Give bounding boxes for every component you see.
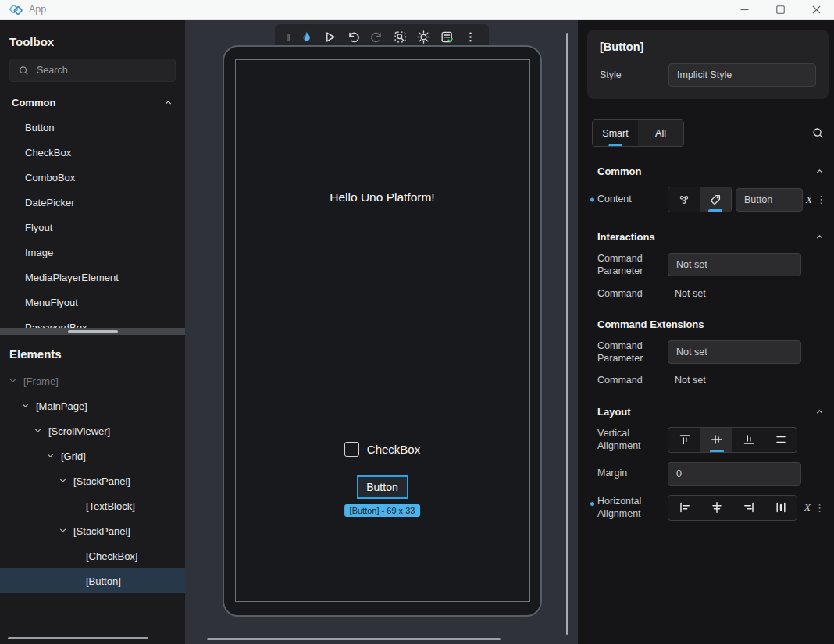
- halign-center-button[interactable]: [700, 496, 732, 520]
- section-interactions[interactable]: Interactions: [597, 231, 825, 243]
- modified-indicator-dot: [590, 197, 594, 201]
- chevron-down-icon[interactable]: [58, 475, 70, 487]
- close-button[interactable]: [798, 0, 834, 20]
- valign-top-button[interactable]: [668, 428, 700, 452]
- content-mode-toggle: [668, 187, 732, 212]
- toolbox-item-menuflyout[interactable]: MenuFlyout: [0, 290, 185, 315]
- toolbox-search-input[interactable]: [37, 65, 162, 76]
- uno-logo-icon: [9, 3, 23, 16]
- content-input[interactable]: [736, 188, 803, 212]
- toolbox-search[interactable]: [9, 59, 176, 82]
- toolbox-section-common[interactable]: Common: [0, 94, 185, 110]
- halign-right-button[interactable]: [732, 496, 764, 520]
- modified-indicator-dot: [590, 502, 594, 506]
- horizontal-alignment-group: [668, 495, 797, 521]
- property-more-menu-icon[interactable]: ⋮: [814, 502, 825, 514]
- section-layout[interactable]: Layout: [597, 406, 825, 418]
- valign-bottom-button[interactable]: [732, 428, 764, 452]
- textblock-hello[interactable]: Hello Uno Platform!: [224, 190, 540, 205]
- align-vstretch-icon: [774, 432, 788, 447]
- margin-input[interactable]: [668, 462, 801, 486]
- tree-item-scrollviewer[interactable]: [ScrollViewer]: [0, 418, 185, 443]
- properties-panel: [Button] Style Smart All: [578, 20, 834, 644]
- properties-search-icon[interactable]: [811, 126, 825, 140]
- elements-title: Elements: [9, 347, 176, 361]
- tree-item-mainpage[interactable]: [MainPage]: [0, 393, 185, 418]
- tree-item-grid[interactable]: [Grid]: [0, 443, 185, 468]
- section-command-extensions[interactable]: Command Extensions: [597, 318, 825, 330]
- ext-command-parameter-label: Command Parameter: [597, 340, 668, 365]
- tree-item-stackpanel[interactable]: [StackPanel]: [0, 468, 185, 493]
- tree-item-label: [StackPanel]: [73, 525, 130, 537]
- command-value[interactable]: Not set: [668, 288, 801, 299]
- toolbox-title: Toolbox: [9, 35, 176, 48]
- content-property-row: Content X ⋮: [597, 187, 825, 212]
- panel-splitter[interactable]: [0, 328, 185, 335]
- chevron-down-icon[interactable]: [45, 450, 57, 462]
- tab-smart[interactable]: Smart: [593, 120, 638, 146]
- literal-tag-toggle-icon[interactable]: [700, 187, 731, 212]
- toolbox-item-image[interactable]: Image: [0, 240, 185, 265]
- resource-toggle-icon[interactable]: [668, 187, 700, 212]
- tree-item-label: [TextBlock]: [86, 500, 135, 512]
- command-parameter-row: Command Parameter: [597, 252, 825, 278]
- align-bottom-icon: [742, 432, 756, 447]
- xaml-expression-button[interactable]: X: [806, 194, 812, 206]
- tree-item-textblock[interactable]: [TextBlock]: [0, 493, 185, 518]
- tree-item-label: [Grid]: [61, 450, 86, 462]
- button-element-selected[interactable]: Button: [357, 475, 408, 499]
- horizontal-alignment-row: Horizontal Alignment X: [597, 495, 825, 521]
- section-common[interactable]: Common: [597, 165, 825, 177]
- active-tab-indicator: [609, 144, 622, 146]
- command-parameter-input[interactable]: [668, 253, 801, 276]
- valign-center-button[interactable]: [700, 428, 732, 452]
- canvas-vscrollbar[interactable]: [566, 33, 568, 635]
- style-input[interactable]: [668, 63, 816, 87]
- tree-item-frame[interactable]: [Frame]: [0, 368, 185, 393]
- valign-stretch-button[interactable]: [764, 428, 797, 452]
- ext-command-parameter-row: Command Parameter: [597, 340, 825, 365]
- property-more-menu-icon[interactable]: ⋮: [816, 194, 826, 205]
- tree-item-checkbox[interactable]: [CheckBox]: [0, 543, 185, 568]
- tab-smart-label: Smart: [602, 128, 628, 139]
- xaml-expression-button[interactable]: X: [804, 501, 811, 514]
- chevron-up-icon: [814, 166, 825, 176]
- tree-item-button[interactable]: [Button]: [0, 568, 185, 593]
- toolbox-item-datepicker[interactable]: DatePicker: [0, 190, 185, 215]
- align-vcenter-icon: [710, 432, 724, 447]
- checkbox-box-icon[interactable]: [344, 442, 359, 457]
- chevron-up-icon: [814, 232, 825, 242]
- section-interactions-title: Interactions: [597, 231, 655, 243]
- minimize-button[interactable]: [726, 0, 762, 20]
- toolbox-item-button[interactable]: Button: [0, 115, 185, 140]
- canvas-hscrollbar[interactable]: [207, 638, 501, 640]
- ext-command-parameter-input[interactable]: [668, 340, 801, 364]
- toolbox-item-combobox[interactable]: ComboBox: [0, 165, 185, 190]
- splitter-grip: [68, 330, 118, 333]
- halign-left-button[interactable]: [668, 496, 700, 520]
- chevron-down-icon[interactable]: [58, 525, 70, 537]
- tab-all-label: All: [655, 128, 666, 139]
- checkbox-label: CheckBox: [367, 443, 420, 456]
- chevron-down-icon[interactable]: [33, 425, 45, 437]
- checkbox-element[interactable]: CheckBox: [224, 442, 540, 457]
- tree-item-label: [CheckBox]: [86, 550, 137, 562]
- tab-all[interactable]: All: [638, 120, 683, 146]
- selected-element-card: [Button] Style: [587, 30, 829, 99]
- maximize-button[interactable]: [762, 0, 798, 20]
- chevron-down-icon[interactable]: [8, 375, 20, 387]
- chevron-down-icon[interactable]: [20, 400, 32, 412]
- toolbox-item-mediaplayerelement[interactable]: MediaPlayerElement: [0, 265, 185, 290]
- command-parameter-label: Command Parameter: [597, 252, 668, 278]
- toolbox-item-checkbox[interactable]: CheckBox: [0, 140, 185, 165]
- halign-stretch-button[interactable]: [764, 496, 797, 520]
- toolbox-item-passwordbox[interactable]: PasswordBox: [0, 315, 185, 328]
- left-panel-hscrollbar[interactable]: [8, 637, 148, 639]
- command-row: Command Not set: [597, 287, 825, 300]
- toolbox-item-flyout[interactable]: Flyout: [0, 215, 185, 240]
- tree-item-stackpanel[interactable]: [StackPanel]: [0, 518, 185, 543]
- section-common-title: Common: [597, 165, 641, 177]
- ext-command-value[interactable]: Not set: [668, 375, 801, 386]
- section-command-extensions-title: Command Extensions: [597, 318, 704, 330]
- page-bounds-outline: [235, 59, 530, 602]
